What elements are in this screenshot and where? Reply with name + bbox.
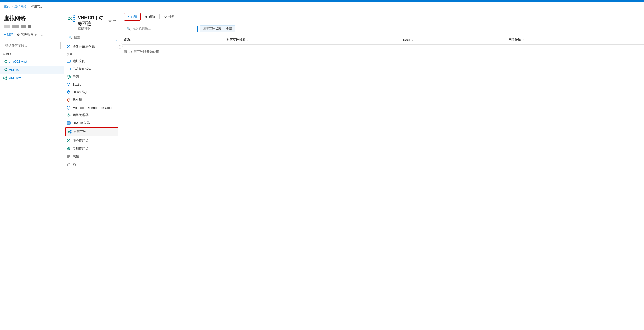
add-button[interactable]: + 添加 [124,13,140,21]
svg-line-9 [4,70,6,71]
breadcrumb-sep1: > [11,5,13,8]
sidebar-toolbar: + 创建 ⚙ 管理视图 ∨ ... [0,31,64,40]
resource-icon [68,15,76,23]
svg-point-7 [6,70,6,71]
breadcrumb-vnet[interactable]: 虚拟网络 [14,5,26,9]
nav-item-defender[interactable]: Microsoft Defender for Cloud [64,104,120,111]
create-button[interactable]: + 创建 [3,32,14,38]
list-item[interactable]: VNET02 ··· [0,74,64,82]
refresh-button[interactable]: ↺ 刷新 [142,13,158,20]
service-endpoint-icon [67,139,71,143]
list-item-menu-icon[interactable]: ··· [58,76,60,80]
col-peering-status-label: 对等互连状态 [226,38,246,42]
filter-search-wrap: 🔍 [124,26,198,32]
sidebar-list: cmp002-vnet ··· VNET01 [0,57,64,330]
nav-item-connected-label: 已连接的设备 [72,67,117,71]
search-icon: 🔍 [69,36,72,39]
resource-subtitle: 虚拟网络 [78,27,116,31]
vnet-icon [3,76,7,80]
nav-item-bastion[interactable]: Bastion [64,81,120,88]
svg-point-48 [70,130,71,131]
col-name-sort-icon: ↕ [132,38,134,41]
sidebar-filter-input[interactable] [3,42,60,49]
refresh-icon: ↺ [145,15,148,19]
nav-item-service-ep-label: 服务终结点 [72,138,117,143]
list-item-name: VNET02 [9,76,21,80]
nav-item-firewall-label: 防火墙 [72,98,117,102]
svg-point-61 [68,165,69,166]
breadcrumb-sep2: > [28,5,30,8]
col-peer-sort-icon: ↕ [412,39,414,42]
col-peer-label: Peer [403,38,410,42]
svg-line-4 [4,61,6,62]
breadcrumb-home[interactable]: 主页 [4,5,10,9]
nav-item-private-ep[interactable]: 专用终结点 [64,145,120,152]
breadcrumb: 主页 > 虚拟网络 > VNET01 [0,3,644,11]
nav-item-peering[interactable]: 对等互连 [65,127,118,136]
nav-item-properties[interactable]: 属性 [64,152,120,160]
user-avatar-2 [12,25,19,29]
sidebar-more-button[interactable]: ... [40,32,45,38]
nav-item-subnet[interactable]: 子网 [64,73,120,81]
svg-rect-32 [68,85,69,86]
svg-point-15 [68,18,70,20]
sidebar-user-bar [0,24,64,31]
firewall-icon [67,98,71,102]
nav-item-network-mgr-label: 网络管理器 [72,113,117,117]
list-item[interactable]: VNET01 ··· [0,66,64,74]
resource-more-icon[interactable]: ··· [113,19,116,23]
section-settings-title: 设置 [64,51,120,57]
nav-collapse-button[interactable]: « [117,43,123,49]
nav-item-address[interactable]: 地址空间 [64,57,120,65]
filter-badge[interactable]: 对等互连状态 == 全部 [200,25,235,32]
svg-point-38 [70,115,71,116]
nav-item-dns-label: DNS 服务器 [72,121,117,125]
list-item[interactable]: cmp002-vnet ··· [0,57,64,66]
svg-line-13 [4,77,6,78]
manage-view-label: 管理视图 [21,32,34,37]
svg-point-1 [6,60,6,61]
svg-point-11 [6,77,6,78]
nav-item-connected[interactable]: 已连接的设备 [64,65,120,73]
nav-item-lock-label: 锁 [72,162,117,167]
left-sidebar: 虚拟网络 « + 创建 ⚙ 管理视图 ∨ ... 名称 ↑ [0,11,64,330]
nav-item-diagnose[interactable]: 诊断并解决问题 [64,43,120,51]
content-filters: 🔍 对等互连状态 == 全部 [120,23,644,35]
breadcrumb-current: VNET01 [31,5,42,8]
list-item-name: VNET01 [9,68,21,72]
nav-item-address-label: 地址空间 [72,59,117,63]
svg-line-14 [4,78,6,79]
col-peering-status[interactable]: 对等互连状态 ↕ [222,35,399,45]
table-header-row: 名称 ↕ 对等互连状态 ↕ Peer ↕ 网关传输 [120,35,644,45]
list-item-menu-icon[interactable]: ··· [58,68,60,72]
filter-search-icon: 🔍 [127,27,131,31]
sidebar-collapse-icon[interactable]: « [58,17,60,20]
col-gateway[interactable]: 网关传输 ↑ [504,35,644,45]
nav-search-wrap: 🔍 [67,34,117,41]
table-empty-row: 添加对等互连以开始使用 [120,45,644,59]
nav-item-lock[interactable]: 锁 [64,160,120,168]
col-name[interactable]: 名称 ↕ [120,35,222,45]
sync-button[interactable]: ↻ 同步 [162,13,176,20]
nav-search-input[interactable] [67,34,117,41]
nav-item-service-ep[interactable]: 服务终结点 [64,137,120,145]
star-icon[interactable]: ☆ [108,19,112,23]
filter-search-input[interactable] [132,27,195,31]
nav-item-ddos[interactable]: DDoS 防护 [64,88,120,96]
peering-table: 名称 ↕ 对等互连状态 ↕ Peer ↕ 网关传输 [120,35,644,59]
resource-title-block: VNET01 | 对等互连 ☆ ··· 虚拟网络 [78,15,116,31]
list-item-menu-icon[interactable]: ··· [58,59,60,64]
bastion-icon [67,83,71,86]
svg-point-10 [3,78,4,79]
nav-item-network-mgr[interactable]: 网络管理器 [64,111,120,119]
properties-icon [67,154,71,158]
nav-item-firewall[interactable]: 防火墙 [64,96,120,104]
col-peer[interactable]: Peer ↕ [399,35,504,45]
resource-title: VNET01 | 对等互连 ☆ ··· [78,15,116,27]
manage-view-button[interactable]: ⚙ 管理视图 ∨ [16,32,38,38]
svg-rect-43 [67,121,70,124]
vnet-icon [3,59,7,63]
nav-item-dns[interactable]: DNS 服务器 [64,119,120,127]
col-name-label: 名称 [124,38,130,42]
middle-nav-header: VNET01 | 对等互连 ☆ ··· 虚拟网络 [64,11,120,33]
